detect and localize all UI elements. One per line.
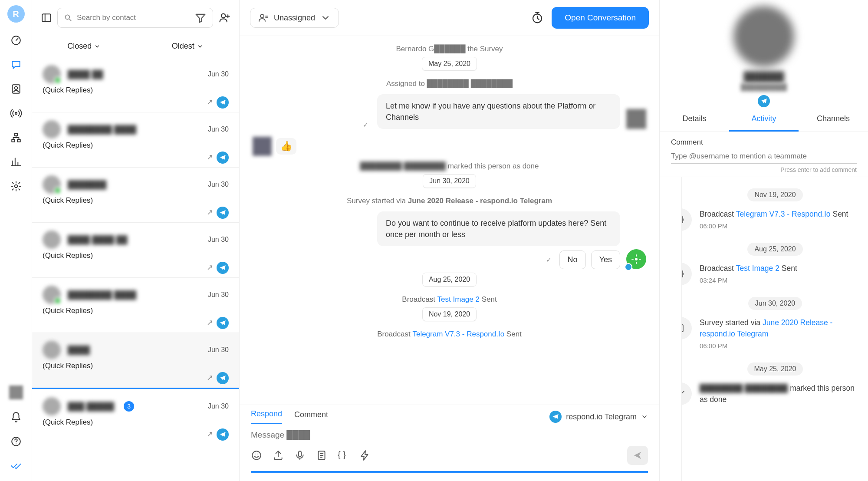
composer-tab-respond[interactable]: Respond	[251, 409, 282, 424]
quick-reply-yes[interactable]: Yes	[591, 250, 620, 269]
assignee-label: Unassigned	[274, 13, 315, 23]
help-icon[interactable]	[10, 435, 23, 448]
tab-details[interactable]: Details	[660, 107, 729, 132]
contacts-icon[interactable]	[10, 82, 23, 96]
conversation-item[interactable]: ███ █████ 3 Jun 30 (Quick Replies) ↗	[32, 389, 239, 444]
settings-icon[interactable]	[10, 180, 23, 193]
conversation-item[interactable]: ████████ ████ Jun 30 (Quick Replies) ↗	[32, 277, 239, 333]
date-separator: Jun 30, 2020	[423, 174, 476, 188]
delivered-check-icon: ✓	[363, 121, 368, 129]
contact-date: Jun 30	[208, 70, 229, 78]
contact-preview: (Quick Replies)	[43, 196, 229, 205]
message-bubble: Do you want to continue to receive platf…	[377, 211, 620, 246]
notifications-icon[interactable]	[10, 411, 23, 424]
contact-date: Jun 30	[208, 346, 229, 354]
date-separator: Nov 19, 2020	[422, 307, 477, 321]
profile-subtitle: ██████████	[741, 83, 787, 91]
contact-name: ███████	[68, 180, 106, 189]
feed-date: May 25, 2020	[747, 362, 803, 376]
conversation-item[interactable]: ████ Jun 30 (Quick Replies) ↗	[32, 333, 239, 389]
filter-sort[interactable]: Oldest	[136, 36, 240, 57]
outgoing-arrow-icon: ↗	[207, 97, 213, 109]
outgoing-arrow-icon: ↗	[207, 373, 213, 385]
conversation-item[interactable]: ████ ████ ██ Jun 30 (Quick Replies) ↗	[32, 222, 239, 277]
contact-name: ████████ ████	[68, 290, 136, 300]
conversation-item[interactable]: ███████ Jun 30 (Quick Replies) ↗	[32, 167, 239, 222]
all-done-icon[interactable]	[10, 459, 23, 472]
contact-name: ████	[68, 346, 90, 355]
contact-sidebar: ██████ ██████████ Details Activity Chann…	[660, 0, 868, 481]
reports-icon[interactable]	[10, 155, 23, 168]
composer-tab-comment[interactable]: Comment	[294, 410, 328, 424]
progress-bar	[251, 471, 648, 473]
profile-name: ██████	[743, 71, 784, 82]
telegram-icon	[758, 95, 770, 107]
search-input[interactable]	[77, 13, 190, 22]
contact-preview: (Quick Replies)	[43, 418, 229, 427]
contact-preview: (Quick Replies)	[43, 86, 229, 95]
user-avatar[interactable]	[9, 385, 23, 399]
voice-icon[interactable]	[294, 450, 306, 461]
contact-avatar	[43, 341, 61, 359]
tab-activity[interactable]: Activity	[729, 107, 799, 132]
broadcast-link[interactable]: Telegram V7.3 - Respond.Io	[412, 330, 504, 338]
broadcast-link[interactable]: Test Image 2	[437, 295, 480, 303]
open-conversation-button[interactable]: Open Conversation	[552, 7, 649, 29]
snooze-icon[interactable]	[531, 11, 544, 24]
conversation-pane: Unassigned Open Conversation Bernardo G█…	[240, 0, 660, 481]
workspace-avatar[interactable]: R	[7, 5, 25, 23]
variable-icon[interactable]: { }	[338, 450, 349, 461]
assignee-picker[interactable]: Unassigned	[250, 8, 339, 28]
telegram-icon	[217, 317, 229, 329]
chevron-down-icon	[94, 43, 100, 49]
svg-rect-9	[42, 14, 51, 21]
feed-item: ████████ ████████ marked this person as …	[700, 382, 857, 405]
dashboard-icon[interactable]	[10, 34, 23, 47]
contact-preview: (Quick Replies)	[43, 251, 229, 260]
send-button[interactable]	[627, 446, 648, 465]
conversation-item[interactable]: ████ ██ Jun 30 (Quick Replies) ↗	[32, 57, 239, 112]
automation-icon[interactable]	[359, 450, 371, 461]
contact-date: Jun 30	[208, 125, 229, 133]
workflows-icon[interactable]	[10, 131, 23, 144]
feed-link[interactable]: Test Image 2	[736, 264, 779, 273]
user-icon	[258, 13, 269, 23]
feed-item: Broadcast Telegram V7.3 - Respond.Io Sen…	[700, 208, 848, 231]
channel-picker[interactable]: respond.io Telegram	[549, 411, 648, 423]
collapse-panel-icon[interactable]	[41, 12, 52, 23]
contact-avatar	[43, 286, 61, 304]
telegram-icon	[549, 411, 562, 423]
feed-link[interactable]: Telegram V7.3 - Respond.Io	[736, 210, 831, 218]
tab-channels[interactable]: Channels	[799, 107, 868, 132]
snippet-icon[interactable]	[316, 450, 327, 461]
contact-name: ███ █████	[68, 402, 114, 411]
add-contact-icon[interactable]	[218, 12, 230, 24]
message-input[interactable]	[251, 424, 648, 446]
system-event: ████████ ████████ ████████ ████████ mark…	[253, 162, 646, 171]
broadcast-icon[interactable]	[10, 107, 23, 120]
comment-input[interactable]	[671, 149, 857, 164]
messages-icon[interactable]	[10, 58, 23, 71]
filter-icon[interactable]	[194, 12, 207, 24]
telegram-icon	[217, 428, 229, 441]
svg-rect-19	[681, 324, 682, 326]
quick-reply-no[interactable]: No	[559, 250, 586, 269]
activity-feed[interactable]: Nov 19, 2020 Broadcast Telegram V7.3 - R…	[681, 177, 868, 481]
emoji-icon[interactable]	[251, 450, 262, 461]
svg-point-12	[260, 14, 264, 18]
filter-status[interactable]: Closed	[32, 36, 136, 57]
message-scroll[interactable]: Bernardo G██████ the Survey May 25, 2020…	[240, 36, 659, 405]
contact-list-column: Closed Oldest ████ ██ Jun 30 (Quick Repl…	[32, 0, 240, 481]
contact-avatar	[43, 397, 61, 415]
outgoing-arrow-icon: ↗	[207, 208, 213, 220]
svg-rect-18	[681, 325, 683, 332]
attach-icon[interactable]	[273, 450, 284, 461]
sender-avatar	[626, 109, 646, 129]
svg-point-2	[14, 87, 17, 90]
nav-rail: R	[0, 0, 32, 481]
svg-point-3	[15, 112, 16, 114]
composer: Respond Comment respond.io Telegram { }	[240, 405, 659, 481]
outgoing-arrow-icon: ↗	[207, 429, 213, 441]
bot-avatar	[626, 249, 646, 269]
conversation-item[interactable]: ████████ ████ Jun 30 (Quick Replies) ↗	[32, 112, 239, 167]
